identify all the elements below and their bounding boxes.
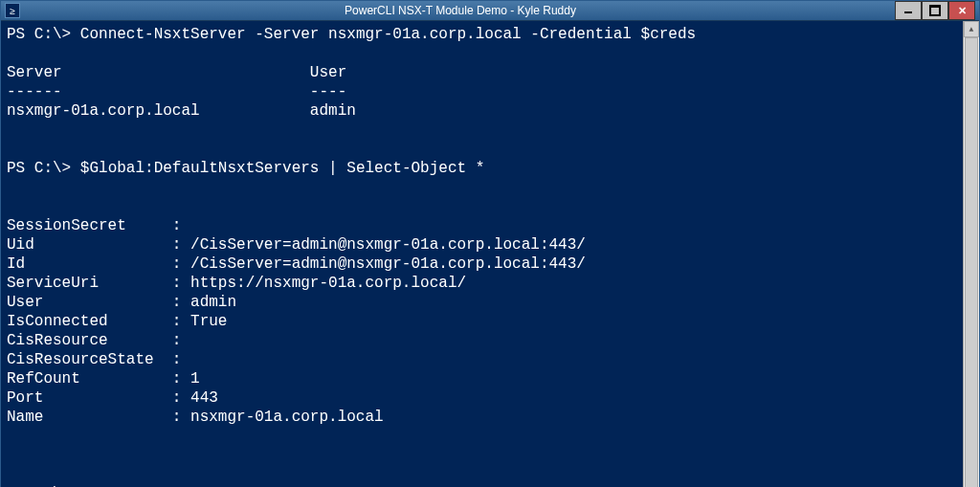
val-uid: /CisServer=admin@nsxmgr-01a.corp.local:4…	[190, 236, 586, 254]
val-isconnected: True	[190, 313, 227, 330]
val-server: nsxmgr-01a.corp.local	[7, 102, 200, 120]
val-user: admin	[310, 102, 356, 120]
app-icon: ≥	[5, 3, 20, 18]
command-1: Connect-NsxtServer -Server nsxmgr-01a.co…	[80, 26, 696, 43]
col-dash-user: ----	[310, 83, 346, 100]
prompt: PS C:\>	[7, 26, 71, 43]
val-name: nsxmgr-01a.corp.local	[190, 409, 384, 426]
label-name: Name	[7, 408, 172, 427]
prompt: PS C:\>	[7, 160, 71, 177]
label-sessionsecret: SessionSecret	[7, 216, 172, 235]
label-uid: Uid	[7, 235, 172, 255]
terminal-container: PS C:\> Connect-NsxtServer -Server nsxmg…	[1, 21, 979, 487]
label-cisresourcestate: CisResourceState	[7, 350, 172, 369]
label-isconnected: IsConnected	[7, 312, 172, 331]
titlebar[interactable]: ≥ PowerCLI NSX-T Module Demo - Kyle Rudd…	[1, 1, 979, 21]
col-dash-server: ------	[7, 83, 62, 100]
minimize-button[interactable]	[895, 1, 922, 20]
val-id: /CisServer=admin@nsxmgr-01a.corp.local:4…	[190, 255, 586, 273]
scroll-track[interactable]	[964, 37, 979, 487]
label-serviceuri: ServiceUri	[7, 274, 172, 293]
val-serviceuri: https://nsxmgr-01a.corp.local/	[190, 275, 466, 292]
scroll-thumb[interactable]	[965, 37, 978, 487]
powershell-window: ≥ PowerCLI NSX-T Module Demo - Kyle Rudd…	[0, 0, 980, 487]
scroll-up-icon[interactable]: ▲	[964, 21, 979, 37]
scrollbar[interactable]: ▲ ▼	[963, 21, 979, 487]
val-user-detail: admin	[190, 294, 236, 311]
window-controls	[895, 1, 975, 20]
label-id: Id	[7, 255, 172, 274]
window-title: PowerCLI NSX-T Module Demo - Kyle Ruddy	[26, 4, 895, 17]
label-refcount: RefCount	[7, 369, 172, 388]
label-port: Port	[7, 388, 172, 408]
val-refcount: 1	[190, 370, 200, 387]
val-port: 443	[190, 389, 218, 407]
command-2: $Global:DefaultNsxtServers | Select-Obje…	[80, 160, 484, 177]
terminal-output[interactable]: PS C:\> Connect-NsxtServer -Server nsxmg…	[1, 21, 963, 487]
maximize-button[interactable]	[922, 1, 948, 20]
close-button[interactable]	[948, 1, 975, 20]
col-header-server: Server	[7, 64, 62, 81]
col-header-user: User	[310, 64, 346, 81]
label-user: User	[7, 293, 172, 312]
label-cisresource: CisResource	[7, 331, 172, 350]
